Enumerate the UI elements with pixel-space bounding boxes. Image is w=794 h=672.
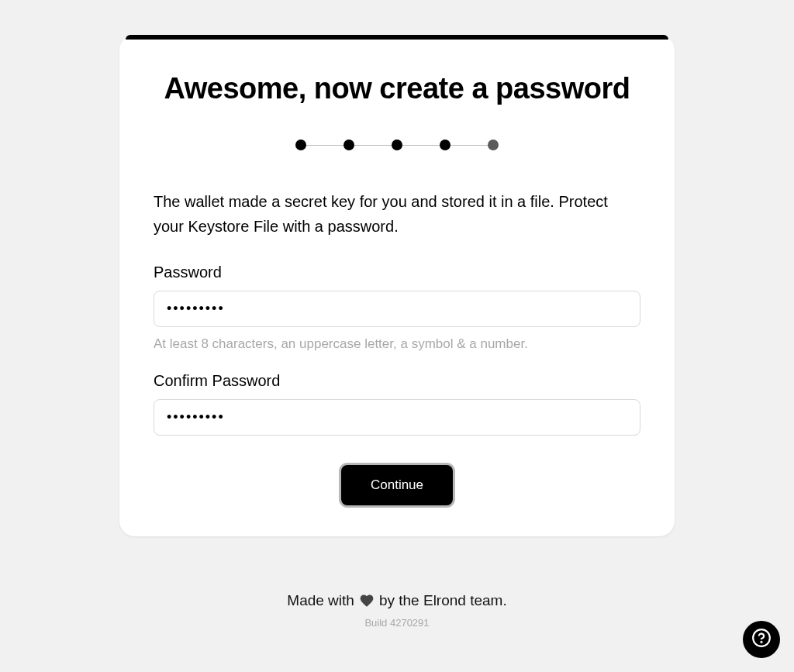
help-button[interactable] xyxy=(743,621,780,658)
step-dot-1 xyxy=(295,140,306,150)
footer-prefix: Made with xyxy=(287,592,354,609)
confirm-password-field-group: Confirm Password xyxy=(154,372,640,436)
step-line xyxy=(354,145,392,146)
button-row: Continue xyxy=(154,465,640,505)
description-text: The wallet made a secret key for you and… xyxy=(154,189,640,239)
continue-button[interactable]: Continue xyxy=(341,465,453,505)
step-dot-3 xyxy=(392,140,402,150)
password-field-group: Password At least 8 characters, an upper… xyxy=(154,264,640,352)
page-title: Awesome, now create a password xyxy=(154,72,640,105)
step-line xyxy=(451,145,488,146)
step-dot-2 xyxy=(343,140,354,150)
build-version: Build 4270291 xyxy=(287,617,506,629)
footer: Made with by the Elrond team. Build 4270… xyxy=(287,592,506,629)
svg-point-1 xyxy=(761,642,761,643)
footer-suffix: by the Elrond team. xyxy=(379,592,507,609)
step-line xyxy=(402,145,440,146)
password-card: Awesome, now create a password The walle… xyxy=(119,35,675,536)
step-dot-5 xyxy=(488,140,499,150)
confirm-password-input[interactable] xyxy=(154,399,640,436)
footer-credit: Made with by the Elrond team. xyxy=(287,592,506,609)
password-label: Password xyxy=(154,264,640,281)
password-hint: At least 8 characters, an uppercase lett… xyxy=(154,336,640,352)
step-line xyxy=(306,145,343,146)
help-icon xyxy=(751,628,772,651)
step-dot-4 xyxy=(440,140,451,150)
heart-icon xyxy=(359,593,375,608)
progress-stepper xyxy=(154,140,640,150)
password-input[interactable] xyxy=(154,291,640,327)
confirm-password-label: Confirm Password xyxy=(154,372,640,390)
